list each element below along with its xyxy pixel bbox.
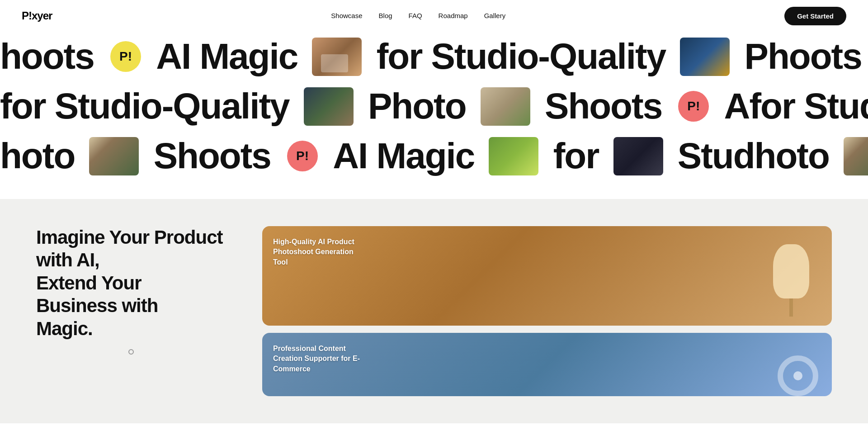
marquee-text: hoots <box>0 38 103 75</box>
nav-link-blog[interactable]: Blog <box>379 12 392 19</box>
card-lamp-title: High-Quality AI Product Photoshoot Gener… <box>273 237 363 267</box>
content-section: Imagine Your Product with AI, Extend You… <box>0 199 868 423</box>
product-image-drink-1 <box>489 137 538 175</box>
content-left: Imagine Your Product with AI, Extend You… <box>36 226 226 355</box>
product-image-watch-1 <box>680 38 730 76</box>
product-image-speaker-1 <box>613 137 663 175</box>
marquee-text: P <box>735 38 768 75</box>
product-image-cream2-1 <box>89 137 139 175</box>
content-right: High-Quality AI Product Photoshoot Gener… <box>262 226 832 396</box>
card-fan-title: Professional Content Creation Supporter … <box>273 344 363 374</box>
get-started-button[interactable]: Get Started <box>784 7 846 25</box>
marquee-row-2: for Studio-Quality Photo Shoots P! A for… <box>0 81 868 131</box>
product-image-cream-1 <box>481 87 530 126</box>
card-lamp: High-Quality AI Product Photoshoot Gener… <box>262 226 832 326</box>
marquee-text: hoto <box>755 138 838 174</box>
marquee-text: hoots <box>768 38 868 75</box>
lamp-illustration <box>764 244 818 326</box>
nav-link-roadmap[interactable]: Roadmap <box>439 12 468 19</box>
marquee-text: AI Magic <box>148 38 307 75</box>
logo-text: P!xyer <box>22 9 52 22</box>
marquee-text: Shoots <box>536 88 671 124</box>
fan-illustration <box>778 355 823 396</box>
marquee-row-1: hoots P! AI Magic for Studio-Quality P h… <box>0 32 868 81</box>
dot-indicator <box>128 349 134 355</box>
navbar: P!xyer Showcase Blog FAQ Roadmap Gallery… <box>0 0 868 32</box>
marquee-track-3: hoto Shoots P! AI Magic for Stud hoto Sh… <box>0 137 868 175</box>
marquee-text: Shoots <box>144 138 280 174</box>
marquee-text: Photo <box>359 88 475 124</box>
marquee-text: Stud <box>669 138 755 174</box>
logo-badge-pink-3: P! <box>287 141 318 171</box>
nav-links: Showcase Blog FAQ Roadmap Gallery <box>331 12 505 20</box>
marquee-text: AI Magic <box>325 138 483 174</box>
marquee-track-2: for Studio-Quality Photo Shoots P! A for… <box>0 87 868 126</box>
lamp-base <box>789 298 793 317</box>
marquee-section: hoots P! AI Magic for Studio-Quality P h… <box>0 32 868 181</box>
logo[interactable]: P!xyer <box>22 9 52 22</box>
product-image-cream2-2 <box>844 137 868 175</box>
marquee-text: for <box>544 138 608 174</box>
marquee-row-3: hoto Shoots P! AI Magic for Stud hoto Sh… <box>0 131 868 181</box>
nav-link-gallery[interactable]: Gallery <box>484 12 506 19</box>
product-image-watch-3 <box>304 87 354 126</box>
fan-circle <box>778 355 818 396</box>
marquee-text: A <box>716 88 749 124</box>
logo-badge-yellow-1: P! <box>110 41 141 72</box>
marquee-text: for Studio-Quality <box>0 88 298 124</box>
card-fan: Professional Content Creation Supporter … <box>262 333 832 396</box>
marquee-text: for Studio-Quality <box>749 88 868 124</box>
nav-link-faq[interactable]: FAQ <box>409 12 422 19</box>
lamp-shade <box>773 244 809 298</box>
hero-heading: Imagine Your Product with AI, Extend You… <box>36 226 226 340</box>
marquee-text: hoto <box>0 138 84 174</box>
marquee-track-1: hoots P! AI Magic for Studio-Quality P h… <box>0 38 868 76</box>
marquee-text: for Studio-Quality <box>367 38 675 75</box>
logo-badge-pink-1: P! <box>678 91 709 122</box>
product-image-kitchen-1 <box>312 38 362 76</box>
nav-link-showcase[interactable]: Showcase <box>331 12 362 19</box>
